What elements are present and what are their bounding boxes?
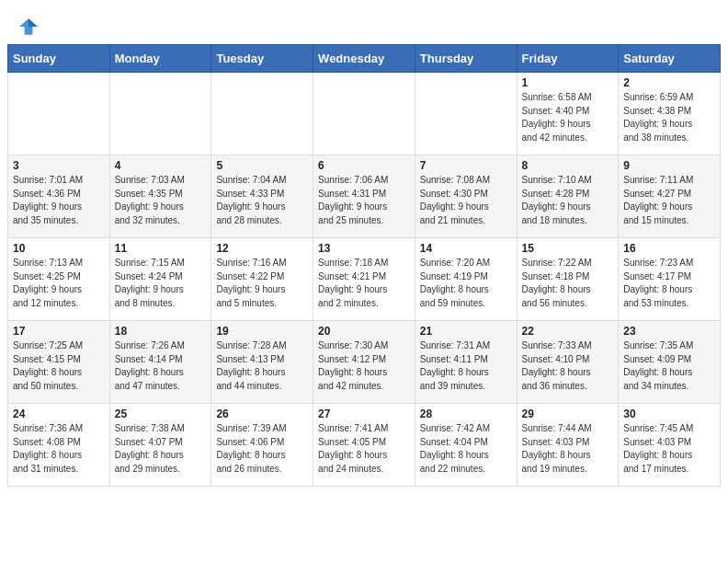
- calendar-cell: 11Sunrise: 7:15 AM Sunset: 4:24 PM Dayli…: [109, 238, 211, 321]
- day-info: Sunrise: 7:08 AM Sunset: 4:30 PM Dayligh…: [420, 174, 512, 227]
- day-info: Sunrise: 7:20 AM Sunset: 4:19 PM Dayligh…: [420, 257, 512, 310]
- day-info: Sunrise: 7:10 AM Sunset: 4:28 PM Dayligh…: [522, 174, 614, 227]
- weekday-header-saturday: Saturday: [619, 45, 721, 73]
- day-number: 6: [318, 159, 410, 172]
- day-number: 4: [115, 159, 207, 172]
- day-info: Sunrise: 7:42 AM Sunset: 4:04 PM Dayligh…: [420, 422, 512, 476]
- weekday-header-sunday: Sunday: [8, 45, 110, 73]
- day-info: Sunrise: 7:45 AM Sunset: 4:03 PM Dayligh…: [623, 422, 715, 476]
- day-info: Sunrise: 6:58 AM Sunset: 4:40 PM Dayligh…: [522, 91, 614, 144]
- day-info: Sunrise: 7:44 AM Sunset: 4:03 PM Dayligh…: [522, 422, 614, 476]
- calendar-cell: [211, 73, 313, 155]
- day-info: Sunrise: 7:33 AM Sunset: 4:10 PM Dayligh…: [522, 339, 614, 393]
- day-info: Sunrise: 7:31 AM Sunset: 4:11 PM Dayligh…: [420, 339, 512, 393]
- calendar-body: 1Sunrise: 6:58 AM Sunset: 4:40 PM Daylig…: [8, 73, 721, 487]
- weekday-header-monday: Monday: [109, 45, 211, 73]
- day-number: 5: [216, 159, 308, 172]
- day-number: 3: [13, 159, 105, 172]
- day-info: Sunrise: 7:38 AM Sunset: 4:07 PM Dayligh…: [115, 422, 207, 476]
- calendar-cell: 16Sunrise: 7:23 AM Sunset: 4:17 PM Dayli…: [619, 238, 721, 321]
- calendar-cell: 5Sunrise: 7:04 AM Sunset: 4:33 PM Daylig…: [211, 155, 313, 238]
- calendar-cell: 10Sunrise: 7:13 AM Sunset: 4:25 PM Dayli…: [8, 238, 110, 321]
- calendar-cell: 9Sunrise: 7:11 AM Sunset: 4:27 PM Daylig…: [619, 155, 721, 238]
- day-info: Sunrise: 7:35 AM Sunset: 4:09 PM Dayligh…: [623, 339, 715, 393]
- day-number: 18: [115, 325, 207, 338]
- day-info: Sunrise: 7:06 AM Sunset: 4:31 PM Dayligh…: [318, 174, 410, 227]
- day-info: Sunrise: 7:23 AM Sunset: 4:17 PM Dayligh…: [623, 257, 715, 310]
- day-info: Sunrise: 7:22 AM Sunset: 4:18 PM Dayligh…: [522, 257, 614, 310]
- day-info: Sunrise: 7:11 AM Sunset: 4:27 PM Dayligh…: [623, 174, 715, 227]
- day-info: Sunrise: 7:18 AM Sunset: 4:21 PM Dayligh…: [318, 257, 410, 310]
- day-number: 9: [623, 159, 715, 172]
- day-info: Sunrise: 7:01 AM Sunset: 4:36 PM Dayligh…: [13, 174, 105, 227]
- calendar-cell: 6Sunrise: 7:06 AM Sunset: 4:31 PM Daylig…: [313, 155, 415, 238]
- calendar-cell: 8Sunrise: 7:10 AM Sunset: 4:28 PM Daylig…: [517, 155, 619, 238]
- calendar-cell: 20Sunrise: 7:30 AM Sunset: 4:12 PM Dayli…: [313, 321, 415, 404]
- day-info: Sunrise: 7:25 AM Sunset: 4:15 PM Dayligh…: [13, 339, 105, 393]
- calendar-cell: 22Sunrise: 7:33 AM Sunset: 4:10 PM Dayli…: [517, 321, 619, 404]
- day-number: 16: [623, 242, 715, 255]
- day-number: 7: [420, 159, 512, 172]
- day-number: 28: [420, 408, 512, 420]
- calendar-cell: 30Sunrise: 7:45 AM Sunset: 4:03 PM Dayli…: [619, 404, 721, 487]
- calendar-cell: 18Sunrise: 7:26 AM Sunset: 4:14 PM Dayli…: [109, 321, 211, 404]
- calendar-cell: 24Sunrise: 7:36 AM Sunset: 4:08 PM Dayli…: [8, 404, 110, 487]
- calendar-cell: 23Sunrise: 7:35 AM Sunset: 4:09 PM Dayli…: [619, 321, 721, 404]
- day-info: Sunrise: 6:59 AM Sunset: 4:38 PM Dayligh…: [623, 91, 715, 144]
- calendar-week-4: 17Sunrise: 7:25 AM Sunset: 4:15 PM Dayli…: [8, 321, 721, 404]
- day-number: 19: [216, 325, 308, 338]
- day-number: 24: [13, 408, 105, 420]
- day-info: Sunrise: 7:16 AM Sunset: 4:22 PM Dayligh…: [216, 257, 308, 310]
- calendar: SundayMondayTuesdayWednesdayThursdayFrid…: [0, 44, 728, 494]
- day-info: Sunrise: 7:28 AM Sunset: 4:13 PM Dayligh…: [216, 339, 308, 393]
- day-info: Sunrise: 7:39 AM Sunset: 4:06 PM Dayligh…: [216, 422, 308, 476]
- day-number: 11: [115, 242, 207, 255]
- calendar-cell: 13Sunrise: 7:18 AM Sunset: 4:21 PM Dayli…: [313, 238, 415, 321]
- logo: [18, 17, 42, 37]
- calendar-cell: [8, 73, 110, 155]
- calendar-week-3: 10Sunrise: 7:13 AM Sunset: 4:25 PM Dayli…: [8, 238, 721, 321]
- day-info: Sunrise: 7:04 AM Sunset: 4:33 PM Dayligh…: [216, 174, 308, 227]
- page-header: [0, 0, 728, 44]
- calendar-cell: 14Sunrise: 7:20 AM Sunset: 4:19 PM Dayli…: [415, 238, 517, 321]
- calendar-cell: 29Sunrise: 7:44 AM Sunset: 4:03 PM Dayli…: [517, 404, 619, 487]
- weekday-header-thursday: Thursday: [415, 45, 517, 73]
- logo-icon: [18, 17, 39, 37]
- calendar-cell: 26Sunrise: 7:39 AM Sunset: 4:06 PM Dayli…: [211, 404, 313, 487]
- day-number: 12: [216, 242, 308, 255]
- weekday-header-friday: Friday: [517, 45, 619, 73]
- calendar-cell: 28Sunrise: 7:42 AM Sunset: 4:04 PM Dayli…: [415, 404, 517, 487]
- day-number: 22: [522, 325, 614, 338]
- day-number: 13: [318, 242, 410, 255]
- day-number: 15: [522, 242, 614, 255]
- day-number: 17: [13, 325, 105, 338]
- day-number: 2: [623, 76, 715, 89]
- calendar-week-2: 3Sunrise: 7:01 AM Sunset: 4:36 PM Daylig…: [8, 155, 721, 238]
- calendar-cell: [415, 73, 517, 155]
- day-number: 8: [522, 159, 614, 172]
- calendar-cell: 12Sunrise: 7:16 AM Sunset: 4:22 PM Dayli…: [211, 238, 313, 321]
- calendar-week-1: 1Sunrise: 6:58 AM Sunset: 4:40 PM Daylig…: [8, 73, 721, 155]
- day-info: Sunrise: 7:30 AM Sunset: 4:12 PM Dayligh…: [318, 339, 410, 393]
- day-number: 30: [623, 408, 715, 420]
- day-info: Sunrise: 7:36 AM Sunset: 4:08 PM Dayligh…: [13, 422, 105, 476]
- day-info: Sunrise: 7:03 AM Sunset: 4:35 PM Dayligh…: [115, 174, 207, 227]
- day-number: 21: [420, 325, 512, 338]
- calendar-cell: 2Sunrise: 6:59 AM Sunset: 4:38 PM Daylig…: [619, 73, 721, 155]
- calendar-cell: 1Sunrise: 6:58 AM Sunset: 4:40 PM Daylig…: [517, 73, 619, 155]
- day-number: 10: [13, 242, 105, 255]
- day-number: 14: [420, 242, 512, 255]
- weekday-header-wednesday: Wednesday: [313, 45, 415, 73]
- day-info: Sunrise: 7:41 AM Sunset: 4:05 PM Dayligh…: [318, 422, 410, 476]
- day-info: Sunrise: 7:15 AM Sunset: 4:24 PM Dayligh…: [115, 257, 207, 310]
- calendar-cell: [109, 73, 211, 155]
- day-number: 20: [318, 325, 410, 338]
- calendar-cell: 4Sunrise: 7:03 AM Sunset: 4:35 PM Daylig…: [109, 155, 211, 238]
- calendar-header: SundayMondayTuesdayWednesdayThursdayFrid…: [8, 45, 721, 73]
- calendar-cell: 19Sunrise: 7:28 AM Sunset: 4:13 PM Dayli…: [211, 321, 313, 404]
- calendar-cell: 7Sunrise: 7:08 AM Sunset: 4:30 PM Daylig…: [415, 155, 517, 238]
- calendar-cell: 3Sunrise: 7:01 AM Sunset: 4:36 PM Daylig…: [8, 155, 110, 238]
- day-number: 25: [115, 408, 207, 420]
- calendar-cell: 25Sunrise: 7:38 AM Sunset: 4:07 PM Dayli…: [109, 404, 211, 487]
- day-number: 29: [522, 408, 614, 420]
